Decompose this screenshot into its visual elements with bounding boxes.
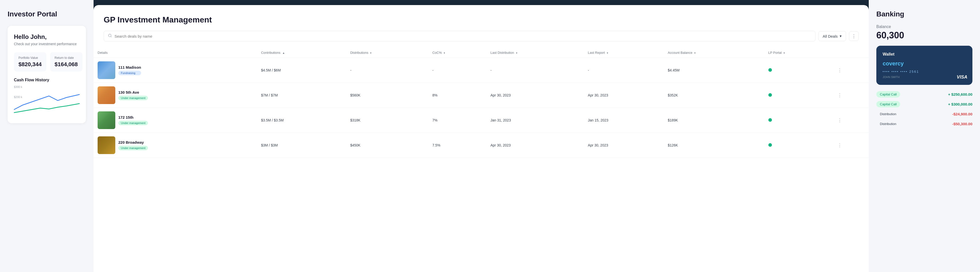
row-actions-cell[interactable]: ⋮ — [834, 108, 869, 133]
col-actions — [834, 48, 869, 58]
transaction-type: Distribution — [877, 111, 900, 117]
middle-header: GP Investment Management All Deals ⋮ — [94, 15, 869, 48]
deal-badge: Fundraising — [118, 71, 141, 75]
green-dot-icon — [768, 68, 772, 72]
transaction-row: Distribution -$24,900.00 — [877, 111, 972, 117]
coc-value: 7.5% — [428, 133, 487, 158]
row-more-button[interactable]: ⋮ — [837, 143, 842, 148]
deal-name: 220 Broadway — [118, 140, 148, 144]
deal-info: 220 Broadway Under management — [118, 140, 148, 150]
table-row: 220 Broadway Under management $3M / $3M … — [94, 133, 869, 158]
col-coc[interactable]: CoC% ▾ — [428, 48, 487, 58]
card-brand: covercy — [883, 60, 966, 67]
return-value: $164,068 — [55, 61, 78, 68]
col-contributions[interactable]: Contributions ▲ — [257, 48, 346, 58]
balance-value: 60,300 — [877, 30, 972, 41]
sort-icon-coc: ▾ — [444, 52, 445, 54]
chart-label-300k: $300 k — [14, 85, 22, 89]
greeting-subtitle: Check out your investment performance — [14, 42, 80, 46]
cash-flow-chart: $300 k $200 k — [14, 85, 80, 115]
distributions-value: $450K — [346, 133, 428, 158]
banking-title: Banking — [877, 10, 972, 18]
col-lp-portal[interactable]: LP Portal ▾ — [764, 48, 834, 58]
deal-image — [98, 136, 115, 154]
sort-icon-last-report: ▾ — [607, 52, 608, 54]
table-header: Details Contributions ▲ Distributions ▾ … — [94, 48, 869, 58]
coc-value: - — [428, 58, 487, 83]
chart-label-200k: $200 k — [14, 95, 22, 98]
contributions-value: $4.5M / $6M — [257, 58, 346, 83]
banking-panel: Banking Balance 60,300 Wallet covercy ••… — [869, 0, 980, 272]
transaction-row: Capital Call + $250,600.00 — [877, 91, 972, 98]
more-options-button[interactable]: ⋮ — [849, 31, 859, 41]
transaction-type: Distribution — [877, 121, 900, 127]
account-balance-value: $189K — [664, 108, 764, 133]
deal-info: 130 5th Ave Under management — [118, 90, 148, 100]
search-icon — [108, 33, 112, 39]
col-last-distribution[interactable]: Last Distribution ▾ — [487, 48, 584, 58]
account-balance-value: $352K — [664, 83, 764, 108]
stats-row: Portfolio Value $820,344 Return to date … — [14, 52, 80, 71]
search-input[interactable] — [115, 34, 811, 38]
deal-cell: 111 Madison Fundraising — [98, 62, 253, 79]
last-distribution-value: - — [487, 58, 584, 83]
transaction-amount: + $300,000.00 — [948, 102, 972, 106]
all-deals-filter[interactable]: All Deals — [818, 31, 846, 41]
distributions-value: - — [346, 58, 428, 83]
lp-portal-status — [764, 83, 834, 108]
row-actions-cell[interactable]: ⋮ — [834, 83, 869, 108]
col-account-balance[interactable]: Account Balance ▾ — [664, 48, 764, 58]
transaction-type: Capital Call — [877, 91, 900, 98]
deal-name: 111 Madison — [118, 65, 141, 70]
last-distribution-value: Jan 31, 2023 — [487, 108, 584, 133]
portfolio-value: $820,344 — [19, 61, 42, 68]
portfolio-label: Portfolio Value — [19, 56, 42, 60]
card-number-dots: •••• •••• •••• 2561 — [883, 70, 966, 73]
transaction-amount: + $250,600.00 — [948, 92, 972, 96]
col-distributions[interactable]: Distributions ▾ — [346, 48, 428, 58]
row-more-button[interactable]: ⋮ — [837, 68, 842, 73]
cash-flow-title: Cash Flow History — [14, 78, 80, 82]
deal-badge: Under management — [118, 96, 148, 100]
sort-icon-last-dist: ▾ — [516, 52, 517, 54]
svg-line-1 — [111, 36, 111, 37]
col-last-report[interactable]: Last Report ▾ — [584, 48, 664, 58]
sort-icon-contributions: ▲ — [282, 52, 285, 54]
transactions-list: Capital Call + $250,600.00 Capital Call … — [877, 91, 972, 127]
search-box[interactable] — [103, 31, 815, 41]
filter-label: All Deals — [823, 34, 838, 38]
col-details: Details — [94, 48, 257, 58]
last-report-value: Apr 30, 2023 — [584, 133, 664, 158]
lp-portal-status — [764, 58, 834, 83]
return-label: Return to date — [55, 56, 78, 60]
middle-title: GP Investment Management — [103, 15, 859, 24]
card-holder-name: JOHN SMITH — [883, 76, 966, 79]
green-dot-icon — [768, 93, 772, 97]
green-dot-icon — [768, 118, 772, 122]
lp-portal-status — [764, 108, 834, 133]
last-distribution-value: Apr 30, 2023 — [487, 133, 584, 158]
row-more-button[interactable]: ⋮ — [837, 93, 842, 98]
greeting-text: Hello John, — [14, 33, 80, 40]
deal-badge: Under management — [118, 146, 148, 150]
row-actions-cell[interactable]: ⋮ — [834, 58, 869, 83]
deals-tbody: 111 Madison Fundraising $4.5M / $6M - - … — [94, 58, 869, 158]
visa-icon: VISA — [957, 74, 967, 80]
coc-value: 8% — [428, 83, 487, 108]
deals-table: Details Contributions ▲ Distributions ▾ … — [94, 48, 869, 158]
deal-image — [98, 111, 115, 129]
investor-summary-card: Hello John, Check out your investment pe… — [8, 26, 86, 123]
distributions-value: $318K — [346, 108, 428, 133]
contributions-value: $3.5M / $3.5M — [257, 108, 346, 133]
portfolio-value-box: Portfolio Value $820,344 — [14, 52, 46, 71]
deal-badge: Under management — [118, 121, 148, 125]
sort-icon-balance: ▾ — [694, 52, 695, 54]
wallet-card: Wallet covercy •••• •••• •••• 2561 JOHN … — [877, 46, 972, 85]
row-actions-cell[interactable]: ⋮ — [834, 133, 869, 158]
deal-cell: 220 Broadway Under management — [98, 136, 253, 154]
chevron-down-icon — [840, 34, 842, 38]
row-more-button[interactable]: ⋮ — [837, 118, 842, 123]
deals-table-container: Details Contributions ▲ Distributions ▾ … — [94, 48, 869, 272]
table-row: 172 15th Under management $3.5M / $3.5M … — [94, 108, 869, 133]
transaction-type: Capital Call — [877, 101, 900, 108]
